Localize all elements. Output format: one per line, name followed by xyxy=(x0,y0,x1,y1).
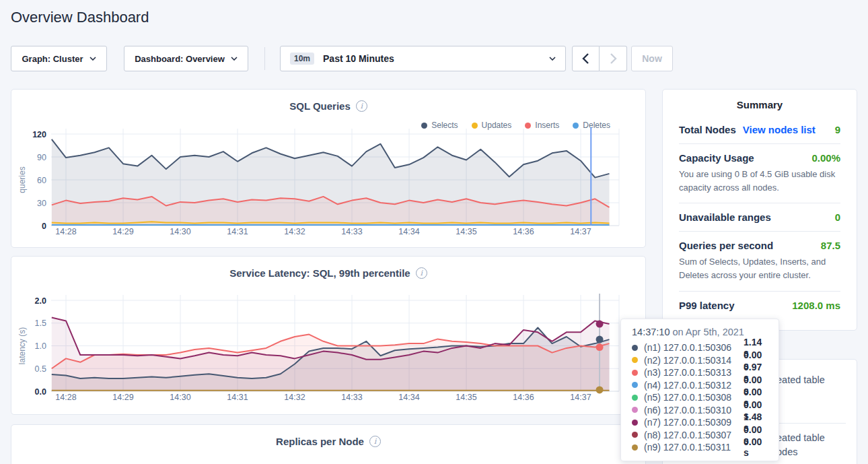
metric-value: 1208.0 ms xyxy=(792,300,840,311)
svg-text:0.0: 0.0 xyxy=(35,387,46,397)
svg-text:60: 60 xyxy=(37,176,46,185)
svg-text:14:31: 14:31 xyxy=(227,393,248,402)
svg-text:120: 120 xyxy=(32,130,46,139)
metric-label: P99 latency xyxy=(679,300,735,311)
series-color-dot-icon xyxy=(632,420,638,426)
svg-text:14:34: 14:34 xyxy=(398,393,419,402)
tooltip-node-row: (n9) 127.0.0.1:503110.00 s xyxy=(632,441,768,454)
metric-value: 0 xyxy=(835,211,840,223)
svg-text:90: 90 xyxy=(37,153,46,162)
node-address: (n8) 127.0.0.1:50307 xyxy=(644,430,744,440)
svg-text:14:37: 14:37 xyxy=(570,393,591,402)
summary-metric-row: P99 latency1208.0 ms xyxy=(679,292,840,319)
svg-text:0.5: 0.5 xyxy=(35,364,46,374)
svg-text:14:29: 14:29 xyxy=(112,227,133,236)
node-address: (n2) 127.0.0.1:50314 xyxy=(644,355,744,366)
tooltip-node-rows: (n1) 127.0.0.1:503061.14 s(n2) 127.0.0.1… xyxy=(632,341,768,454)
svg-text:14:36: 14:36 xyxy=(513,227,534,236)
series-color-dot-icon xyxy=(632,357,638,363)
node-address: (n7) 127.0.0.1:50309 xyxy=(644,417,744,428)
svg-text:14:32: 14:32 xyxy=(284,227,305,236)
series-color-dot-icon xyxy=(632,345,638,351)
svg-text:1.0: 1.0 xyxy=(35,341,46,351)
chevron-down-icon xyxy=(549,57,556,61)
page-title: Overview Dashboard xyxy=(11,9,149,26)
node-address: (n5) 127.0.0.1:50308 xyxy=(644,392,744,403)
event-row-text: eated table xyxy=(776,432,825,443)
summary-panel: Summary Total NodesView nodes list9Capac… xyxy=(662,89,857,331)
time-back-button[interactable] xyxy=(572,46,600,71)
metric-value: 0.00% xyxy=(811,152,840,164)
metric-description: You are using 0 B of 4.5 GiB usable disk… xyxy=(679,168,840,195)
metric-label: Unavailable ranges xyxy=(679,211,771,223)
svg-text:14:34: 14:34 xyxy=(398,227,419,236)
chevron-down-icon xyxy=(231,57,238,61)
metric-value: 9 xyxy=(835,124,840,135)
dashboard-dropdown[interactable]: Dashboard: Overview xyxy=(124,46,248,71)
time-range-label: Past 10 Minutes xyxy=(323,53,394,64)
summary-metric-row: Queries per second87.5Sum of Selects, Up… xyxy=(679,232,840,291)
graph-dropdown-label: Graph: Cluster xyxy=(22,54,83,64)
info-icon[interactable]: i xyxy=(369,436,381,447)
event-row-text: odes xyxy=(776,446,797,457)
sql-queries-chart[interactable]: 030609012014:2814:2914:3014:3114:3214:33… xyxy=(11,90,647,248)
node-latency-value: 0.00 s xyxy=(744,436,768,458)
graph-dropdown[interactable]: Graph: Cluster xyxy=(11,46,107,71)
svg-text:0: 0 xyxy=(42,222,46,231)
svg-text:14:36: 14:36 xyxy=(513,393,534,402)
replicas-per-node-panel: Replicas per Node i xyxy=(11,424,646,464)
toolbar-divider xyxy=(264,47,265,70)
summary-metrics: Total NodesView nodes list9Capacity Usag… xyxy=(679,116,840,319)
series-color-dot-icon xyxy=(632,370,638,376)
replicas-chart-title: Replicas per Node xyxy=(276,436,364,447)
node-address: (n1) 127.0.0.1:50306 xyxy=(644,342,744,353)
summary-metric-row: Unavailable ranges0 xyxy=(679,203,840,232)
service-latency-panel: Service Latency: SQL, 99th percentile i … xyxy=(11,256,646,415)
svg-text:14:30: 14:30 xyxy=(170,393,190,402)
svg-text:14:33: 14:33 xyxy=(341,227,362,236)
svg-text:14:32: 14:32 xyxy=(284,393,305,402)
svg-text:14:33: 14:33 xyxy=(341,393,362,402)
svg-text:14:28: 14:28 xyxy=(55,227,76,236)
summary-title: Summary xyxy=(679,99,840,116)
view-nodes-list-link[interactable]: View nodes list xyxy=(743,124,816,135)
svg-text:14:37: 14:37 xyxy=(570,227,591,236)
event-row-divider xyxy=(776,423,846,424)
svg-text:14:35: 14:35 xyxy=(456,227,476,236)
service-latency-chart[interactable]: 0.00.51.01.52.014:2814:2914:3014:3114:32… xyxy=(11,257,647,416)
svg-text:1.5: 1.5 xyxy=(35,319,46,328)
sql-queries-panel: SQL Queries i SelectsUpdatesInsertsDelet… xyxy=(11,89,646,248)
metric-description: Sum of Selects, Updates, Inserts, and De… xyxy=(679,255,840,282)
chevron-right-icon xyxy=(610,53,617,64)
svg-text:latency (s): latency (s) xyxy=(17,327,27,364)
time-step-buttons xyxy=(572,46,627,71)
time-forward-button[interactable] xyxy=(600,46,627,71)
node-address: (n9) 127.0.0.1:50311 xyxy=(644,442,744,453)
event-row-text: eated table xyxy=(776,374,825,385)
summary-metric-row: Total NodesView nodes list9 xyxy=(679,116,840,144)
svg-text:14:30: 14:30 xyxy=(170,227,190,236)
svg-text:2.0: 2.0 xyxy=(35,296,46,306)
tooltip-timestamp: 14:37:10 on Apr 5th, 2021 xyxy=(632,327,768,337)
metric-label: Queries per second xyxy=(679,240,773,251)
svg-text:queries: queries xyxy=(17,166,27,193)
series-color-dot-icon xyxy=(632,407,638,413)
svg-text:14:29: 14:29 xyxy=(112,393,133,402)
metric-value: 87.5 xyxy=(821,240,840,251)
time-range-badge: 10m xyxy=(290,53,314,65)
node-address: (n4) 127.0.0.1:50312 xyxy=(644,380,744,391)
series-color-dot-icon xyxy=(632,444,638,451)
series-color-dot-icon xyxy=(632,382,638,388)
node-address: (n3) 127.0.0.1:50313 xyxy=(644,367,744,378)
summary-metric-row: Capacity Usage0.00%You are using 0 B of … xyxy=(679,144,840,203)
now-button[interactable]: Now xyxy=(631,46,673,71)
time-range-dropdown[interactable]: 10m Past 10 Minutes xyxy=(280,46,566,71)
svg-text:14:31: 14:31 xyxy=(227,227,248,236)
svg-text:30: 30 xyxy=(37,199,46,208)
chart-hover-tooltip: 14:37:10 on Apr 5th, 2021 (n1) 127.0.0.1… xyxy=(620,319,779,461)
series-color-dot-icon xyxy=(632,432,638,438)
chevron-down-icon xyxy=(89,57,96,61)
tooltip-time: 14:37:10 xyxy=(632,327,670,337)
metric-label: Capacity Usage xyxy=(679,152,754,164)
chevron-left-icon xyxy=(582,53,589,64)
